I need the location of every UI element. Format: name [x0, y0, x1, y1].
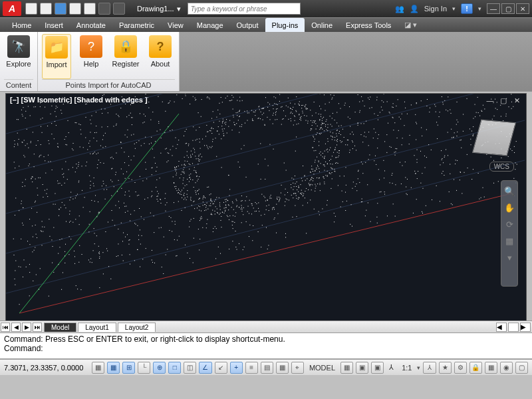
- showmotion-icon[interactable]: ▦: [505, 236, 513, 246]
- status-bar: 7.3071, 23.3357, 0.0000 ▦ ▦ ⊞ └ ⊕ □ ◫ ∠ …: [0, 359, 532, 375]
- grid-button[interactable]: ⊞: [122, 362, 135, 374]
- quickview-drawings-button[interactable]: ▣: [371, 362, 384, 374]
- isolate-button[interactable]: ◉: [500, 362, 513, 374]
- document-title: Drawing1...: [137, 5, 174, 13]
- register-label: Register: [112, 60, 140, 68]
- app-logo[interactable]: A: [3, 1, 21, 16]
- qat-saveas-icon[interactable]: [69, 3, 81, 15]
- dyn-button[interactable]: +: [230, 362, 243, 374]
- lwt-button[interactable]: ≡: [245, 362, 258, 374]
- titlebar-right: 👥 👤 Sign In ▾ ! ▾ — ▢ ✕: [395, 3, 529, 14]
- grid-display-button[interactable]: ▦: [340, 362, 353, 374]
- sign-in-link[interactable]: Sign In: [424, 5, 447, 13]
- tab-next-button[interactable]: ▶: [22, 323, 31, 332]
- anno-scale[interactable]: 1:1: [399, 364, 414, 372]
- tab-scroll-right[interactable]: ▶: [520, 323, 531, 332]
- tab-model[interactable]: Model: [44, 323, 76, 332]
- snap-button[interactable]: ▦: [107, 362, 120, 374]
- import-button[interactable]: 📁 Import: [42, 34, 71, 79]
- tab-layout1[interactable]: Layout1: [78, 323, 116, 332]
- qat-undo-icon[interactable]: [98, 3, 110, 15]
- tab-prev-button[interactable]: ◀: [11, 323, 21, 332]
- command-line-2: Command:: [4, 344, 528, 353]
- tab-first-button[interactable]: ⏮: [1, 323, 10, 332]
- cleanscreen-button[interactable]: ▢: [515, 362, 528, 374]
- menu-annotate[interactable]: Annotate: [70, 18, 112, 32]
- minimize-button[interactable]: —: [487, 3, 500, 14]
- hardware-accel-button[interactable]: ▦: [485, 362, 497, 374]
- 3dosnap-button[interactable]: ◫: [184, 362, 196, 374]
- qat-open-icon[interactable]: [40, 3, 52, 15]
- infer-constraints-button[interactable]: ▦: [92, 362, 104, 374]
- ducs-button[interactable]: ↙: [215, 362, 227, 374]
- qat-save-icon[interactable]: [55, 3, 66, 15]
- about-icon: ?: [149, 35, 172, 58]
- qp-button[interactable]: ▦: [276, 362, 289, 374]
- help-dropdown-icon[interactable]: ▾: [478, 5, 481, 12]
- binoculars-icon: 🔭: [7, 35, 30, 58]
- quickview-layouts-button[interactable]: ▣: [356, 362, 368, 374]
- register-button[interactable]: 🔒 Register: [111, 34, 140, 79]
- annotation-person-icon[interactable]: ⅄: [386, 363, 396, 372]
- toolbar-lock-button[interactable]: 🔒: [469, 362, 482, 374]
- tpy-button[interactable]: ▤: [261, 362, 273, 374]
- navigation-bar: 🔍 ✋ ⟳ ▦ ▾: [501, 180, 518, 287]
- qat-print-icon[interactable]: [84, 3, 96, 15]
- otrack-button[interactable]: ∠: [199, 362, 211, 374]
- maximize-button[interactable]: ▢: [501, 3, 515, 14]
- orbit-icon[interactable]: ⟳: [506, 219, 513, 229]
- anno-visibility-button[interactable]: ⅄: [423, 362, 436, 374]
- menu-manage[interactable]: Manage: [190, 18, 230, 32]
- sc-button[interactable]: ⌖: [291, 362, 304, 374]
- tab-scroll-left[interactable]: ◀: [496, 323, 507, 332]
- tab-last-button[interactable]: ⏭: [33, 323, 42, 332]
- signin-dropdown-icon[interactable]: ▾: [452, 5, 456, 12]
- qat-new-icon[interactable]: [25, 3, 37, 15]
- search-input[interactable]: [188, 3, 301, 15]
- menu-parametric[interactable]: Parametric: [112, 18, 161, 32]
- doc-dropdown-icon[interactable]: ▾: [177, 5, 181, 13]
- search-go-icon[interactable]: 👥: [395, 5, 404, 13]
- menu-output[interactable]: Output: [230, 18, 265, 32]
- polar-button[interactable]: ⊕: [153, 362, 166, 374]
- menu-plugins[interactable]: Plug-ins: [265, 18, 305, 32]
- model-space-label[interactable]: MODEL: [307, 364, 338, 372]
- qat-redo-icon[interactable]: [113, 3, 125, 15]
- workspace-switch-button[interactable]: ⚙: [454, 362, 467, 374]
- panel-name-pointsimport: Points Import for AutoCAD: [42, 79, 175, 91]
- explore-button[interactable]: 🔭 Explore: [4, 34, 33, 79]
- ortho-button[interactable]: └: [138, 362, 150, 374]
- nav-more-icon[interactable]: ▾: [507, 253, 512, 263]
- scale-dropdown-icon[interactable]: ▾: [417, 364, 420, 371]
- about-button[interactable]: ? About: [146, 34, 175, 79]
- pan-icon[interactable]: ✋: [504, 203, 515, 213]
- ribbon-empty: [180, 32, 532, 91]
- menu-bar: Home Insert Annotate Parametric View Man…: [0, 17, 532, 32]
- infocenter-icon[interactable]: !: [461, 3, 473, 14]
- panel-name-content: Content: [4, 79, 33, 91]
- explore-label: Explore: [6, 60, 31, 68]
- viewport[interactable]: [–] [SW Isometric] [Shaded with edges ] …: [5, 93, 527, 322]
- close-button[interactable]: ✕: [516, 3, 529, 14]
- tab-nav: ⏮ ◀ ▶ ⏭: [0, 323, 43, 332]
- zoom-icon[interactable]: 🔍: [504, 186, 515, 196]
- menu-home[interactable]: Home: [5, 18, 38, 32]
- drawing-area-wrap: [–] [SW Isometric] [Shaded with edges ] …: [0, 92, 532, 332]
- command-window[interactable]: Command: Press ESC or ENTER to exit, or …: [0, 332, 532, 359]
- osnap-button[interactable]: □: [168, 362, 181, 374]
- tab-scroll-handle[interactable]: [508, 323, 519, 332]
- menu-view[interactable]: View: [161, 18, 190, 32]
- wcs-badge[interactable]: WCS: [489, 162, 514, 172]
- lock-icon: 🔒: [114, 35, 137, 58]
- tab-layout2[interactable]: Layout2: [118, 323, 156, 332]
- anno-autoscale-button[interactable]: ★: [439, 362, 452, 374]
- ribbon-panel-pointsimport: 📁 Import ? Help 🔒 Register ? About Point…: [38, 32, 180, 91]
- coordinates-readout[interactable]: 7.3071, 23.3357, 0.0000: [4, 364, 89, 372]
- menu-online[interactable]: Online: [305, 18, 339, 32]
- help-button[interactable]: ? Help: [76, 34, 106, 79]
- title-bar: A Drawing1... ▾ 👥 👤 Sign In ▾ ! ▾ — ▢ ✕: [0, 0, 532, 17]
- menu-expresstools[interactable]: Express Tools: [339, 18, 398, 32]
- point-cloud-canvas[interactable]: [6, 94, 525, 323]
- menu-extra-icon[interactable]: ◪ ▾: [398, 18, 424, 32]
- menu-insert[interactable]: Insert: [38, 18, 70, 32]
